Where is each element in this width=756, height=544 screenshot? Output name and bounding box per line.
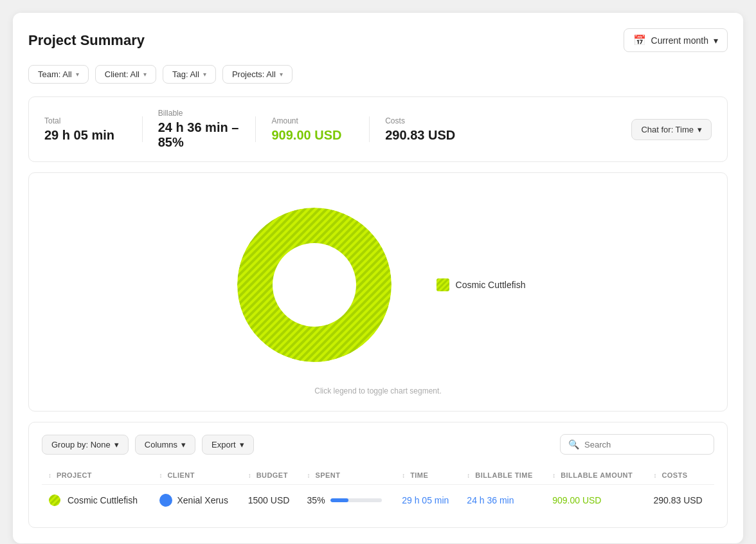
col-spent[interactable]: ↕ SPENT [301, 466, 396, 485]
export-button[interactable]: Export ▾ [202, 435, 254, 455]
col-billable-amount[interactable]: ↕ BILLABLE AMOUNT [546, 466, 647, 485]
sort-icon: ↕ [467, 472, 470, 479]
legend-item[interactable]: Cosmic Cuttlefish [437, 278, 526, 291]
chart-area: Cosmic Cuttlefish [44, 188, 712, 381]
chart-card: Cosmic Cuttlefish Click legend to toggle… [28, 172, 728, 412]
col-project-label: PROJECT [57, 471, 92, 479]
col-billable-time[interactable]: ↕ BILLABLE TIME [460, 466, 546, 485]
sort-icon: ↕ [48, 472, 51, 479]
chevron-icon: ▾ [280, 71, 283, 78]
search-input[interactable] [584, 440, 706, 449]
legend-swatch-icon [437, 278, 449, 291]
col-billable-amount-label: BILLABLE AMOUNT [561, 471, 633, 479]
stat-amount: Amount 909.00 USD [271, 116, 354, 143]
chevron-icon: ▾ [698, 125, 702, 134]
chevron-icon: ▾ [240, 440, 244, 449]
project-name: Cosmic Cuttlefish [68, 495, 138, 505]
table-toolbar: Group by: None ▾ Columns ▾ Export ▾ 🔍 [42, 434, 714, 455]
stat-costs-label: Costs [385, 116, 467, 125]
col-billable-time-label: BILLABLE TIME [475, 471, 532, 479]
stat-divider [142, 116, 143, 142]
chevron-down-icon: ▾ [714, 35, 718, 46]
client-name: Xenial Xerus [177, 495, 228, 505]
projects-filter-label: Projects: All [232, 69, 276, 79]
sort-icon: ↕ [552, 472, 555, 479]
chevron-icon: ▾ [76, 71, 79, 78]
stat-divider-3 [369, 116, 370, 142]
chevron-icon: ▾ [114, 440, 119, 449]
calendar-icon: 📅 [633, 34, 646, 46]
page-title: Project Summary [28, 32, 145, 49]
page-wrapper: Project Summary 📅 Current month ▾ Team: … [13, 13, 743, 543]
sort-icon: ↕ [248, 472, 251, 479]
legend-item-label: Cosmic Cuttlefish [456, 280, 526, 290]
stat-amount-label: Amount [271, 116, 354, 125]
search-icon: 🔍 [568, 439, 579, 449]
cell-billable-time: 24 h 36 min [460, 485, 546, 516]
chevron-icon: ▾ [181, 440, 186, 449]
tag-filter-label: Tag: All [172, 69, 199, 79]
col-budget-label: BUDGET [256, 471, 288, 479]
stat-total: Total 29 h 05 min [44, 116, 127, 143]
chevron-icon: ▾ [143, 71, 147, 78]
tag-filter[interactable]: Tag: All ▾ [163, 65, 216, 84]
col-costs[interactable]: ↕ COSTS [647, 466, 714, 485]
chart-hint: Click legend to toggle chart segment. [314, 386, 441, 395]
col-budget[interactable]: ↕ BUDGET [242, 466, 301, 485]
team-filter-label: Team: All [38, 69, 72, 79]
svg-point-10 [49, 494, 60, 506]
table-header-row: ↕ PROJECT ↕ CLIENT ↕ BUDGET ↕ SPENT [42, 466, 714, 485]
cell-project: Cosmic Cuttlefish [42, 485, 153, 516]
sort-icon: ↕ [307, 472, 310, 479]
stats-card: Total 29 h 05 min Billable 24 h 36 min –… [28, 96, 728, 162]
project-color-icon [48, 494, 61, 507]
col-time[interactable]: ↕ TIME [395, 466, 460, 485]
filter-row: Team: All ▾ Client: All ▾ Tag: All ▾ Pro… [28, 65, 728, 84]
client-filter-label: Client: All [105, 69, 140, 79]
stat-billable: Billable 24 h 36 min – 85% [158, 109, 240, 150]
chat-for-label: Chat for: Time [641, 125, 694, 134]
table-card: Group by: None ▾ Columns ▾ Export ▾ 🔍 ↕ [28, 422, 728, 528]
stat-amount-value: 909.00 USD [271, 128, 354, 143]
spent-pct: 35% [307, 495, 325, 505]
search-box: 🔍 [560, 434, 714, 455]
cell-spent: 35% [301, 485, 396, 516]
date-filter-label: Current month [651, 35, 708, 46]
col-project[interactable]: ↕ PROJECT [42, 466, 153, 485]
client-filter[interactable]: Client: All ▾ [95, 65, 156, 84]
cell-billable-amount: 909.00 USD [546, 485, 647, 516]
stat-total-value: 29 h 05 min [44, 128, 127, 143]
stat-billable-label: Billable [158, 109, 240, 118]
col-time-label: TIME [410, 471, 428, 479]
export-label: Export [212, 440, 236, 449]
projects-filter[interactable]: Projects: All ▾ [222, 65, 292, 84]
columns-button[interactable]: Columns ▾ [135, 435, 195, 455]
legend-area: Cosmic Cuttlefish [437, 278, 526, 291]
team-filter[interactable]: Team: All ▾ [28, 65, 89, 84]
cell-costs: 290.83 USD [647, 485, 714, 516]
progress-bar-fill [330, 498, 348, 502]
donut-chart [231, 201, 398, 368]
group-by-label: Group by: None [51, 440, 111, 449]
svg-point-4 [237, 208, 392, 362]
chat-for-button[interactable]: Chat for: Time ▾ [631, 119, 712, 140]
progress-bar-bg [330, 498, 382, 502]
chevron-icon: ▾ [203, 71, 206, 78]
stat-divider-2 [255, 116, 256, 142]
sort-icon: ↕ [653, 472, 656, 479]
cell-time: 29 h 05 min [395, 485, 460, 516]
cell-budget: 1500 USD [242, 485, 301, 516]
group-by-button[interactable]: Group by: None ▾ [42, 435, 129, 455]
stat-total-label: Total [44, 116, 127, 125]
sort-icon: ↕ [159, 472, 163, 479]
stat-billable-value: 24 h 36 min – 85% [158, 120, 240, 150]
col-client-label: CLIENT [167, 471, 194, 479]
col-spent-label: SPENT [316, 471, 341, 479]
client-dot [159, 494, 172, 507]
col-costs-label: COSTS [662, 471, 687, 479]
col-client[interactable]: ↕ CLIENT [153, 466, 242, 485]
date-filter-button[interactable]: 📅 Current month ▾ [624, 28, 728, 52]
data-table: ↕ PROJECT ↕ CLIENT ↕ BUDGET ↕ SPENT [42, 466, 714, 516]
sort-icon: ↕ [402, 472, 405, 479]
stat-costs: Costs 290.83 USD [385, 116, 467, 143]
